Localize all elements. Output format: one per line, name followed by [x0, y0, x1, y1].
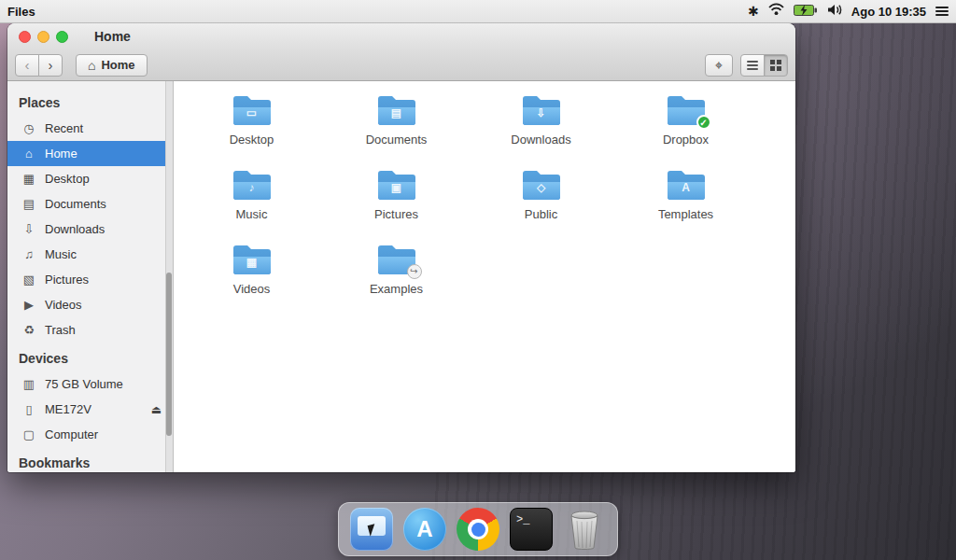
- maximize-button[interactable]: [56, 31, 68, 43]
- sidebar-item-downloads[interactable]: ⇩Downloads: [7, 217, 173, 242]
- sidebar-item-trash[interactable]: ♻Trash: [7, 317, 173, 343]
- sidebar-section-bookmarks: Bookmarks: [7, 447, 173, 472]
- documents-emblem-icon: ▤: [375, 106, 418, 119]
- sidebar-item-music[interactable]: ♫Music: [7, 242, 173, 267]
- home-icon: ⌂: [88, 58, 95, 73]
- sidebar-item-label: 75 GB Volume: [45, 377, 123, 391]
- sidebar-item-label: Recent: [45, 121, 83, 135]
- sidebar-section-devices: Devices: [7, 343, 173, 371]
- dock-files-icon[interactable]: [350, 508, 393, 551]
- menu-icon[interactable]: [935, 7, 949, 16]
- back-button[interactable]: ‹: [15, 54, 39, 77]
- battery-icon[interactable]: [794, 3, 818, 20]
- music-emblem-icon: ♪: [231, 181, 274, 194]
- titlebar[interactable]: Home: [7, 23, 795, 49]
- me172v-icon: ▯: [21, 402, 37, 416]
- view-switcher: [740, 54, 788, 77]
- folder-label: Videos: [233, 282, 271, 296]
- folder-icon: ↪: [375, 242, 418, 277]
- recent-icon: ◷: [21, 121, 37, 135]
- window-body: Places◷Recent⌂Home▦Desktop▤Documents⇩Dow…: [7, 81, 795, 472]
- videos-icon: ▶: [21, 298, 37, 312]
- dock-terminal-icon[interactable]: >_: [510, 508, 553, 551]
- volume-icon[interactable]: [827, 3, 842, 20]
- desktop-icon: ▦: [21, 172, 37, 186]
- folder-videos[interactable]: ▦Videos: [182, 242, 322, 316]
- forward-button[interactable]: ›: [38, 54, 63, 77]
- wifi-icon[interactable]: [768, 3, 784, 20]
- menubar-clock[interactable]: Ago 10 19:35: [851, 5, 926, 19]
- minimize-button[interactable]: [37, 31, 49, 43]
- sidebar-item-recent[interactable]: ◷Recent: [7, 116, 173, 141]
- folder-downloads[interactable]: ⇩Downloads: [471, 92, 612, 167]
- music-icon: ♫: [21, 247, 37, 261]
- system-tray: ✱ Ago 10 19:35: [748, 3, 949, 20]
- sidebar-item-label: Videos: [45, 298, 82, 312]
- folder-label: Music: [236, 207, 268, 221]
- home-icon: ⌂: [21, 147, 37, 161]
- dock: A >_: [338, 502, 618, 556]
- sidebar-item-videos[interactable]: ▶Videos: [7, 292, 173, 317]
- breadcrumb-label: Home: [101, 58, 134, 72]
- folder-icon: A: [665, 167, 708, 203]
- sidebar-item-me172v[interactable]: ▯ME172V⏏: [7, 397, 173, 422]
- folder-documents[interactable]: ▤Documents: [327, 92, 467, 167]
- folder-icon: ◇: [520, 167, 563, 203]
- sidebar-scrollbar[interactable]: [165, 81, 173, 472]
- location-button[interactable]: ⌖: [705, 54, 733, 77]
- sidebar-item-75-gb-volume[interactable]: ▥75 GB Volume: [7, 371, 173, 397]
- sidebar-item-label: Pictures: [45, 273, 89, 287]
- breadcrumb[interactable]: ⌂ Home: [76, 54, 148, 77]
- sidebar-item-label: Trash: [45, 323, 76, 337]
- close-button[interactable]: [19, 31, 31, 43]
- sidebar-section-places: Places: [7, 87, 173, 116]
- sidebar-item-desktop[interactable]: ▦Desktop: [7, 166, 173, 191]
- window-title: Home: [94, 29, 131, 44]
- menubar-app-name[interactable]: Files: [7, 5, 35, 19]
- folder-music[interactable]: ♪Music: [182, 167, 322, 242]
- sidebar-item-pictures[interactable]: ▧Pictures: [7, 267, 173, 292]
- link-badge-icon: ↪: [407, 264, 422, 279]
- sidebar: Places◷Recent⌂Home▦Desktop▤Documents⇩Dow…: [7, 81, 174, 472]
- folder-label: Desktop: [230, 133, 274, 147]
- sidebar-item-computer[interactable]: ▢Computer: [7, 422, 173, 447]
- desktop-emblem-icon: ▭: [231, 106, 274, 119]
- folder-icon: ▣: [375, 167, 418, 203]
- sidebar-item-label: Computer: [45, 427, 98, 441]
- folder-pictures[interactable]: ▣Pictures: [327, 167, 467, 242]
- folder-label: Dropbox: [663, 133, 709, 147]
- folder-public[interactable]: ◇Public: [471, 167, 612, 242]
- downloads-emblem-icon: ⇩: [520, 106, 563, 119]
- indicator-icon[interactable]: ✱: [748, 5, 759, 18]
- dock-trash-icon[interactable]: [563, 508, 606, 551]
- folder-examples[interactable]: ↪Examples: [327, 242, 467, 316]
- folder-dropbox[interactable]: ✓Dropbox: [616, 92, 756, 167]
- folder-label: Templates: [658, 207, 713, 221]
- templates-emblem-icon: A: [665, 181, 708, 194]
- sidebar-item-home[interactable]: ⌂Home: [7, 141, 173, 166]
- folder-icon: ✓: [665, 92, 708, 128]
- sidebar-item-label: Documents: [45, 197, 106, 211]
- sidebar-scrollbar-thumb[interactable]: [166, 273, 172, 436]
- folder-icon: ♪: [231, 167, 274, 203]
- dock-chrome-icon[interactable]: [457, 508, 499, 551]
- folder-desktop[interactable]: ▭Desktop: [182, 92, 322, 167]
- computer-icon: ▢: [21, 427, 37, 441]
- dock-app-store-icon[interactable]: A: [403, 508, 446, 551]
- sidebar-item-documents[interactable]: ▤Documents: [7, 191, 173, 217]
- sidebar-item-label: Desktop: [45, 172, 90, 186]
- sidebar-item-label: Music: [45, 247, 77, 261]
- pictures-icon: ▧: [21, 273, 37, 287]
- grid-view-button[interactable]: [764, 54, 788, 77]
- toolbar: ‹ › ⌂ Home ⌖: [7, 49, 795, 81]
- file-view[interactable]: ▭Desktop ▤Documents ⇩Downloads ✓Dropbox …: [174, 81, 795, 472]
- folder-label: Documents: [366, 133, 428, 147]
- app-store-letter: A: [416, 516, 432, 542]
- folder-icon: ▭: [231, 92, 274, 128]
- list-view-button[interactable]: [740, 54, 765, 77]
- folder-templates[interactable]: ATemplates: [616, 167, 756, 242]
- folder-label: Pictures: [374, 207, 418, 221]
- window-controls: [19, 31, 68, 43]
- documents-icon: ▤: [21, 197, 37, 211]
- terminal-prompt: >_: [516, 513, 529, 526]
